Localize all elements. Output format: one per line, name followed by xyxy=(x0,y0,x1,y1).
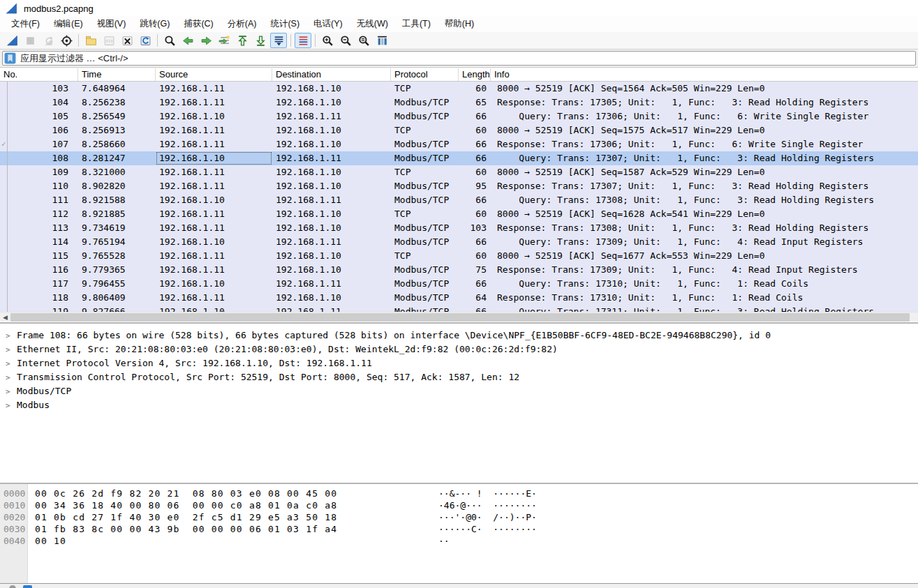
packet-row-118[interactable]: 1189.806409192.168.1.11192.168.1.10Modbu… xyxy=(0,291,918,305)
column-header-no[interactable]: No. xyxy=(0,68,78,81)
zoom-in-icon[interactable] xyxy=(319,33,336,48)
zoom-out-icon[interactable] xyxy=(337,33,354,48)
resize-columns-icon[interactable] xyxy=(373,33,390,48)
packet-row-116[interactable]: 1169.779365192.168.1.11192.168.1.10Modbu… xyxy=(0,263,918,277)
column-header-source[interactable]: Source xyxy=(156,68,272,81)
menu-item-file[interactable]: 文件(F) xyxy=(4,17,47,32)
packet-row-104[interactable]: 1048.256238192.168.1.11192.168.1.10Modbu… xyxy=(0,96,918,110)
related-packet-check-icon: ✓ xyxy=(1,140,6,149)
menu-item-tools[interactable]: 工具(T) xyxy=(395,17,438,32)
packet-row-114[interactable]: 1149.765194192.168.1.10192.168.1.11Modbu… xyxy=(0,235,918,249)
go-to-packet-icon[interactable] xyxy=(216,33,232,48)
column-header-info[interactable]: Info xyxy=(491,68,918,81)
packet-row-115[interactable]: 1159.765528192.168.1.11192.168.1.10TCP60… xyxy=(0,249,918,263)
go-to-bottom-icon[interactable] xyxy=(252,33,269,48)
col-source: 192.168.1.11 xyxy=(156,165,272,179)
col-info: 8000 → 52519 [ACK] Seq=1575 Ack=517 Win=… xyxy=(491,123,918,137)
capture-file-icon[interactable] xyxy=(23,585,32,588)
packet-row-107[interactable]: 1078.258660192.168.1.11192.168.1.10Modbu… xyxy=(0,137,918,151)
col-length: 66 xyxy=(459,235,491,249)
menu-item-help[interactable]: 帮助(H) xyxy=(438,17,481,32)
start-capture-icon[interactable] xyxy=(3,33,20,48)
expand-chevron-icon[interactable]: > xyxy=(6,387,10,396)
col-info: Response: Trans: 17308; Unit: 1, Func: 3… xyxy=(491,221,918,235)
hex-row-0040[interactable]: 004000 10·· xyxy=(0,536,918,548)
menu-item-view[interactable]: 视图(V) xyxy=(90,17,133,32)
menu-bar: 文件(F)编辑(E)视图(V)跳转(G)捕获(C)分析(A)统计(S)电话(Y)… xyxy=(0,17,918,32)
detail-line-modbustcp[interactable]: >Modbus/TCP xyxy=(0,385,918,399)
packet-row-110[interactable]: 1108.902820192.168.1.11192.168.1.10Modbu… xyxy=(0,179,918,193)
col-source: 192.168.1.10 xyxy=(156,151,272,165)
col-no: 108 xyxy=(0,151,78,165)
hex-row-0000[interactable]: 000000 0c 26 2d f9 82 20 21 08 80 03 e0 … xyxy=(0,488,918,500)
reload-file-icon[interactable] xyxy=(137,33,154,48)
hex-bytes: 01 0b cd 27 1f 40 30 e0 2f c5 d1 29 e5 a… xyxy=(35,512,337,522)
menu-item-capture[interactable]: 捕获(C) xyxy=(177,17,220,32)
stop-capture-icon[interactable] xyxy=(22,33,38,48)
hex-row-0020[interactable]: 002001 0b cd 27 1f 40 30 e0 2f c5 d1 29 … xyxy=(0,512,918,524)
expand-chevron-icon[interactable]: > xyxy=(6,345,10,354)
packet-row-113[interactable]: 1139.734619192.168.1.11192.168.1.10Modbu… xyxy=(0,221,918,235)
packet-row-103[interactable]: 1037.648964192.168.1.11192.168.1.10TCP60… xyxy=(0,82,918,96)
col-length: 66 xyxy=(459,151,491,165)
hex-row-0030[interactable]: 003001 fb 83 8c 00 00 43 9b 00 00 00 06 … xyxy=(0,524,918,536)
expand-chevron-icon[interactable]: > xyxy=(6,359,10,368)
expand-chevron-icon[interactable]: > xyxy=(6,331,10,340)
go-back-icon[interactable] xyxy=(179,33,196,48)
close-file-icon[interactable] xyxy=(119,33,135,48)
menu-item-edit[interactable]: 编辑(E) xyxy=(47,17,90,32)
detail-line-frame[interactable]: >Frame 108: 66 bytes on wire (528 bits),… xyxy=(0,329,918,343)
menu-item-wireless[interactable]: 无线(W) xyxy=(350,17,395,32)
packet-row-111[interactable]: 1118.921588192.168.1.10192.168.1.11Modbu… xyxy=(0,193,918,207)
detail-line-ip[interactable]: >Internet Protocol Version 4, Src: 192.1… xyxy=(0,357,918,371)
packet-row-109[interactable]: 1098.321000192.168.1.11192.168.1.10TCP60… xyxy=(0,165,918,179)
hex-offset: 0040 xyxy=(3,536,25,546)
detail-line-ethernet[interactable]: >Ethernet II, Src: 20:21:08:80:03:e0 (20… xyxy=(0,343,918,357)
column-header-destination[interactable]: Destination xyxy=(272,68,391,81)
menu-item-go[interactable]: 跳转(G) xyxy=(133,17,177,32)
packet-row-112[interactable]: 1128.921885192.168.1.11192.168.1.10TCP60… xyxy=(0,207,918,221)
detail-line-modbus[interactable]: >Modbus xyxy=(0,399,918,413)
zoom-reset-icon[interactable] xyxy=(355,33,372,48)
display-filter-input[interactable]: 应用显示过滤器 … <Ctrl-/> xyxy=(2,51,916,66)
col-destination: 192.168.1.11 xyxy=(272,110,391,123)
go-to-top-icon[interactable] xyxy=(234,33,251,48)
open-file-icon[interactable] xyxy=(82,33,99,48)
packet-row-117[interactable]: 1179.796455192.168.1.10192.168.1.11Modbu… xyxy=(0,277,918,291)
packet-row-105[interactable]: 1058.256549192.168.1.10192.168.1.11Modbu… xyxy=(0,110,918,123)
col-protocol: Modbus/TCP xyxy=(391,110,459,123)
menu-item-analyze[interactable]: 分析(A) xyxy=(221,17,264,32)
auto-scroll-icon[interactable] xyxy=(270,33,287,48)
detail-line-tcp[interactable]: >Transmission Control Protocol, Src Port… xyxy=(0,371,918,385)
colorize-icon[interactable] xyxy=(295,33,311,48)
column-header-length[interactable]: Length xyxy=(459,68,491,81)
packet-row-119[interactable]: 1199.827666192.168.1.10192.168.1.11Modbu… xyxy=(0,305,918,312)
col-time: 7.648964 xyxy=(78,82,156,96)
restart-capture-icon[interactable] xyxy=(40,33,57,48)
menu-item-statistics[interactable]: 统计(S) xyxy=(263,17,306,32)
find-packet-icon[interactable] xyxy=(161,33,178,48)
go-forward-icon[interactable] xyxy=(198,33,214,48)
wireshark-window: modbus2.pcapng 文件(F)编辑(E)视图(V)跳转(G)捕获(C)… xyxy=(0,0,918,588)
expand-chevron-icon[interactable]: > xyxy=(6,401,10,410)
column-header-protocol[interactable]: Protocol xyxy=(391,68,459,81)
scroll-left-arrow-icon[interactable]: ◀ xyxy=(0,312,10,322)
wireshark-logo-icon xyxy=(6,3,17,15)
packet-list-hscrollbar[interactable]: ◀ xyxy=(0,312,918,322)
col-time: 8.281247 xyxy=(78,151,156,165)
col-protocol: Modbus/TCP xyxy=(391,151,459,165)
col-protocol: Modbus/TCP xyxy=(391,263,459,277)
capture-options-icon[interactable] xyxy=(58,33,75,48)
col-time: 8.921885 xyxy=(78,207,156,221)
save-file-icon[interactable]: 010 xyxy=(101,33,117,48)
menu-item-telephony[interactable]: 电话(Y) xyxy=(306,17,350,32)
expert-info-icon[interactable] xyxy=(9,585,16,588)
packet-row-108[interactable]: 1088.281247192.168.1.10192.168.1.11Modbu… xyxy=(0,151,918,165)
expand-chevron-icon[interactable]: > xyxy=(6,373,10,382)
hex-row-0010[interactable]: 001000 34 36 18 40 00 80 06 00 00 c0 a8 … xyxy=(0,500,918,512)
packet-row-106[interactable]: 1068.256913192.168.1.11192.168.1.10TCP60… xyxy=(0,123,918,137)
filter-bookmark-icon[interactable] xyxy=(4,52,16,64)
col-info: Response: Trans: 17310; Unit: 1, Func: 1… xyxy=(491,291,918,305)
column-header-time[interactable]: Time xyxy=(78,68,156,81)
hscrollbar-thumb[interactable] xyxy=(10,313,910,322)
